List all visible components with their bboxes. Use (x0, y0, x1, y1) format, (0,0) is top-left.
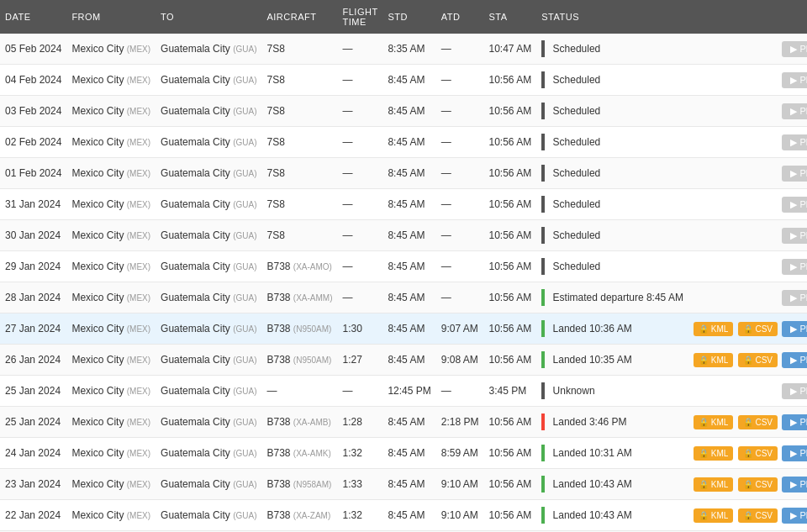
status-indicator (541, 71, 545, 88)
status-text: Estimated departure 8:45 AM (553, 292, 683, 303)
cell-flighttime: — (338, 220, 383, 251)
cell-std: 8:45 AM (382, 158, 435, 189)
aircraft-reg: (XA-AMB) (293, 418, 331, 427)
cell-date: 26 Jan 2024 (0, 345, 66, 376)
cell-date: 25 Jan 2024 (0, 376, 66, 407)
cell-to: Guatemala City (GUA) (156, 282, 261, 313)
cell-sta: 10:56 AM (484, 500, 537, 531)
cell-atd: 9:08 AM (436, 345, 484, 376)
cell-flighttime: 1:33 (338, 469, 383, 500)
cell-sta: 10:56 AM (484, 65, 537, 96)
status-indicator (541, 196, 545, 213)
cell-date: 02 Feb 2024 (0, 127, 66, 158)
status-indicator (541, 351, 545, 368)
cell-atd: — (436, 376, 484, 407)
cell-date: 22 Jan 2024 (0, 500, 66, 531)
cell-to: Guatemala City (GUA) (156, 407, 261, 438)
cell-from: Mexico City (MEX) (66, 407, 156, 438)
status-indicator (541, 103, 545, 119)
cell-status: Scheduled (536, 34, 688, 65)
kml-button[interactable]: 🔒 KML (694, 508, 733, 523)
cell-from: Mexico City (MEX) (66, 34, 156, 65)
cell-date: 30 Jan 2024 (0, 220, 66, 251)
cell-from: Mexico City (MEX) (66, 96, 156, 127)
play-button[interactable]: ▶ Play (782, 414, 807, 430)
cell-flighttime: 1:32 (338, 500, 383, 531)
cell-flighttime: — (338, 65, 383, 96)
csv-button[interactable]: 🔒 CSV (738, 415, 778, 429)
kml-button[interactable]: 🔒 KML (694, 322, 733, 336)
cell-actions: ▶ Play (688, 158, 807, 189)
csv-button[interactable]: 🔒 CSV (738, 446, 778, 461)
flight-table: DATE FROM TO AIRCRAFT FLIGHT TIME STD AT… (0, 0, 807, 532)
col-header-date: DATE (0, 0, 66, 34)
cell-atd: — (436, 96, 484, 127)
status-text: Landed 10:36 AM (553, 323, 632, 334)
csv-button[interactable]: 🔒 CSV (738, 322, 778, 336)
cell-flighttime: 1:28 (338, 407, 383, 438)
cell-sta: 10:47 AM (484, 34, 537, 65)
cell-status: Unknown (536, 376, 688, 407)
cell-std: 8:45 AM (382, 251, 435, 282)
to-code: (GUA) (233, 45, 256, 54)
from-code: (MEX) (127, 418, 150, 427)
status-indicator (541, 134, 545, 150)
csv-button[interactable]: 🔒 CSV (738, 508, 778, 523)
kml-button[interactable]: 🔒 KML (694, 446, 733, 461)
to-code: (GUA) (233, 449, 256, 458)
cell-date: 04 Feb 2024 (0, 65, 66, 96)
status-indicator (541, 165, 545, 182)
play-button[interactable]: ▶ Play (782, 508, 807, 524)
from-code: (MEX) (127, 324, 150, 334)
status-indicator (541, 227, 545, 244)
cell-atd: 2:18 PM (436, 407, 484, 438)
from-code: (MEX) (127, 107, 150, 116)
csv-button[interactable]: 🔒 CSV (738, 353, 778, 367)
cell-actions: ▶ Play (688, 251, 807, 282)
cell-actions: 🔒 KML 🔒 CSV ▶ Play (688, 500, 807, 531)
cell-actions: ▶ Play (688, 282, 807, 313)
cell-std: 8:45 AM (382, 127, 435, 158)
cell-to: Guatemala City (GUA) (156, 220, 261, 251)
kml-button[interactable]: 🔒 KML (694, 353, 733, 367)
cell-date: 31 Jan 2024 (0, 189, 66, 220)
cell-aircraft: B738 (XA-ZAM) (261, 500, 337, 531)
status-indicator (541, 445, 545, 461)
play-button-disabled: ▶ Play (782, 72, 807, 88)
cell-to: Guatemala City (GUA) (156, 345, 261, 376)
from-code: (MEX) (127, 387, 150, 396)
cell-sta: 10:56 AM (484, 127, 537, 158)
cell-to: Guatemala City (GUA) (156, 96, 261, 127)
aircraft-reg: (XA-AMO) (293, 262, 332, 271)
cell-std: 8:45 AM (382, 407, 435, 438)
cell-status: Landed 10:31 AM (536, 438, 688, 469)
play-button[interactable]: ▶ Play (782, 321, 807, 337)
cell-status: Scheduled (536, 158, 688, 189)
play-button[interactable]: ▶ Play (782, 352, 807, 368)
cell-actions: ▶ Play (688, 65, 807, 96)
cell-actions: 🔒 KML 🔒 CSV ▶ Play (688, 345, 807, 376)
kml-button[interactable]: 🔒 KML (694, 477, 733, 492)
cell-flighttime: — (338, 34, 383, 65)
to-code: (GUA) (233, 356, 256, 365)
csv-button[interactable]: 🔒 CSV (738, 477, 778, 492)
cell-from: Mexico City (MEX) (66, 189, 156, 220)
play-button[interactable]: ▶ Play (782, 445, 807, 461)
cell-sta: 10:56 AM (484, 345, 537, 376)
cell-sta: 10:56 AM (484, 251, 537, 282)
table-row: 04 Feb 2024 Mexico City (MEX) Guatemala … (0, 65, 807, 96)
cell-to: Guatemala City (GUA) (156, 65, 261, 96)
table-row: 03 Feb 2024 Mexico City (MEX) Guatemala … (0, 96, 807, 127)
cell-from: Mexico City (MEX) (66, 158, 156, 189)
to-code: (GUA) (233, 138, 256, 147)
cell-actions: ▶ Play (688, 96, 807, 127)
cell-aircraft: B738 (XA-AMM) (261, 282, 337, 313)
cell-sta: 10:56 AM (484, 313, 537, 345)
play-button[interactable]: ▶ Play (782, 477, 807, 492)
cell-sta: 10:56 AM (484, 407, 537, 438)
cell-std: 8:45 AM (382, 220, 435, 251)
status-text: Scheduled (553, 167, 601, 179)
kml-button[interactable]: 🔒 KML (694, 415, 733, 429)
cell-aircraft: B738 (N950AM) (261, 313, 337, 345)
status-text: Landed 10:35 AM (553, 354, 632, 366)
